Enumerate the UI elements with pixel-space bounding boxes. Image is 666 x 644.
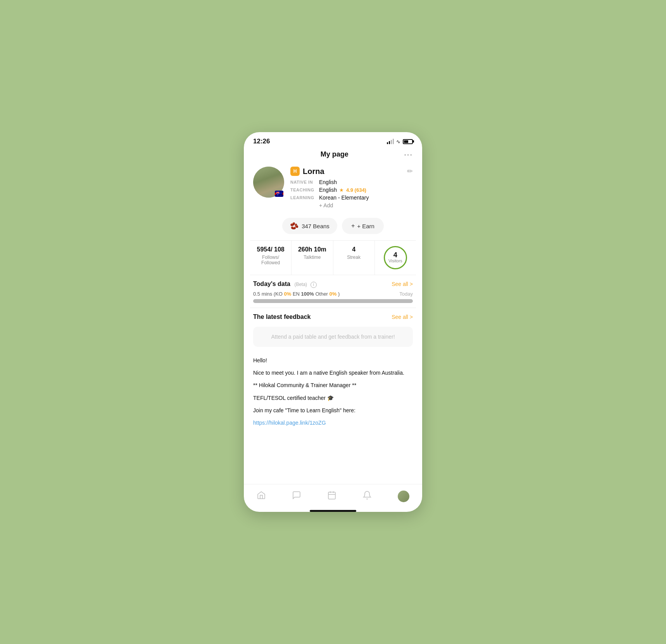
data-bar-fill bbox=[253, 299, 413, 303]
add-language-link[interactable]: + Add bbox=[319, 202, 413, 208]
feedback-placeholder-text: Attend a paid table and get feedback fro… bbox=[271, 334, 395, 340]
signal-icon bbox=[387, 139, 394, 144]
calendar-icon bbox=[327, 491, 336, 502]
more-menu-button[interactable]: ··· bbox=[404, 150, 413, 159]
visitors-circle[interactable]: 4 Visitors bbox=[384, 246, 407, 269]
nav-home[interactable] bbox=[252, 489, 271, 504]
follows-stat[interactable]: 5954/ 108 Follows/ Followed bbox=[250, 241, 292, 275]
learning-row: LEARNING Korean - Elementary bbox=[290, 195, 413, 201]
flag-badge: 🇦🇺 bbox=[275, 191, 283, 197]
chat-icon bbox=[292, 491, 301, 502]
status-icons: ∿ bbox=[387, 139, 413, 145]
battery-icon bbox=[403, 139, 413, 144]
phone-frame: 12:26 ∿ My page ··· 🇦🇺 H bbox=[244, 132, 422, 512]
bio-line-5: Join my cafe "Time to Learn English" her… bbox=[253, 406, 413, 415]
native-in-row: NATIVE IN English bbox=[290, 179, 413, 185]
follows-label: Follows/ Followed bbox=[253, 255, 288, 265]
feedback-section: The latest feedback See all > bbox=[244, 308, 422, 327]
bio-line-2: Nice to meet you. I am a native English … bbox=[253, 368, 413, 377]
talktime-label: Talktime bbox=[295, 255, 330, 260]
streak-value: 4 bbox=[336, 246, 371, 253]
username: Lorna bbox=[303, 167, 324, 176]
status-time: 12:26 bbox=[253, 138, 270, 145]
data-progress-bar bbox=[253, 299, 413, 303]
beans-bar: 🫘 347 Beans + + Earn bbox=[244, 215, 422, 240]
native-in-label: NATIVE IN bbox=[290, 180, 317, 184]
follows-value: 5954/ 108 bbox=[253, 246, 288, 253]
edit-profile-button[interactable]: ✏ bbox=[407, 167, 413, 176]
en-percent: 100% bbox=[301, 291, 314, 297]
avatar-container: 🇦🇺 bbox=[253, 167, 284, 198]
streak-stat[interactable]: 4 Streak bbox=[333, 241, 375, 275]
visitors-stat[interactable]: 4 Visitors bbox=[375, 241, 416, 275]
bio-line-4: TEFL/TESOL certified teacher 🎓 bbox=[253, 394, 413, 402]
page-title: My page bbox=[321, 150, 349, 158]
native-in-value: English bbox=[319, 179, 337, 185]
bell-icon bbox=[362, 491, 372, 502]
username-left: H Lorna bbox=[290, 167, 324, 176]
todays-data-title: Today's data bbox=[253, 281, 290, 287]
feedback-placeholder: Attend a paid table and get feedback fro… bbox=[253, 327, 413, 347]
todays-data-subtitle: 0.5 mins (KO 0% EN 100% Other 0% ) Today bbox=[253, 291, 413, 297]
bio-section: Hello! Nice to meet you. I am a native E… bbox=[244, 353, 422, 434]
info-icon[interactable]: i bbox=[311, 282, 317, 288]
earn-button[interactable]: + + Earn bbox=[342, 218, 384, 234]
teaching-value: English bbox=[319, 187, 337, 193]
today-label: Today bbox=[399, 291, 413, 297]
beans-button[interactable]: 🫘 347 Beans bbox=[282, 218, 337, 234]
earn-plus-icon: + bbox=[351, 222, 355, 229]
streak-label: Streak bbox=[336, 255, 371, 260]
home-indicator bbox=[310, 510, 356, 512]
earn-label: + Earn bbox=[357, 223, 374, 229]
rank-badge: H bbox=[290, 167, 300, 176]
nav-profile[interactable] bbox=[393, 489, 414, 504]
home-icon bbox=[257, 491, 266, 502]
bean-icon: 🫘 bbox=[290, 222, 298, 230]
visitors-label: Visitors bbox=[388, 258, 402, 263]
bottom-nav bbox=[244, 484, 422, 507]
beta-badge: (Beta) bbox=[294, 282, 307, 287]
talktime-stat[interactable]: 260h 10m Talktime bbox=[292, 241, 333, 275]
bio-line-3: ** Hilokal Community & Trainer Manager *… bbox=[253, 381, 413, 389]
svg-rect-0 bbox=[328, 492, 335, 499]
teaching-row: TEACHING English ★ 4.9 (634) bbox=[290, 187, 413, 193]
rating-star-icon: ★ bbox=[339, 187, 344, 193]
rating-value: 4.9 (634) bbox=[346, 187, 366, 193]
nav-avatar bbox=[398, 491, 409, 502]
wifi-icon: ∿ bbox=[396, 139, 400, 145]
bio-link[interactable]: https://hilokal.page.link/1zoZG bbox=[253, 420, 326, 426]
learning-value: Korean - Elementary bbox=[319, 195, 369, 201]
nav-notifications[interactable] bbox=[358, 489, 376, 504]
nav-calendar[interactable] bbox=[323, 489, 341, 504]
teaching-label: TEACHING bbox=[290, 188, 317, 192]
bio-line-1: Hello! bbox=[253, 356, 413, 365]
todays-data-section: Today's data (Beta) i See all > 0.5 mins… bbox=[244, 275, 422, 308]
profile-info: H Lorna ✏ NATIVE IN English TEACHING Eng… bbox=[290, 167, 413, 208]
todays-data-title-group: Today's data (Beta) i bbox=[253, 281, 317, 288]
status-bar: 12:26 ∿ bbox=[244, 132, 422, 148]
talktime-value: 260h 10m bbox=[295, 246, 330, 253]
visitors-value: 4 bbox=[393, 251, 397, 258]
todays-data-see-all[interactable]: See all > bbox=[392, 281, 413, 287]
profile-section: 🇦🇺 H Lorna ✏ NATIVE IN English TEACHING … bbox=[244, 164, 422, 215]
feedback-header: The latest feedback See all > bbox=[253, 313, 413, 320]
feedback-see-all[interactable]: See all > bbox=[392, 314, 413, 320]
ko-percent: 0% bbox=[284, 291, 291, 297]
header: My page ··· bbox=[244, 148, 422, 164]
learning-label: LEARNING bbox=[290, 195, 317, 200]
other-percent: 0% bbox=[330, 291, 337, 297]
stats-row: 5954/ 108 Follows/ Followed 260h 10m Tal… bbox=[250, 240, 416, 275]
username-row: H Lorna ✏ bbox=[290, 167, 413, 176]
beans-label: 347 Beans bbox=[302, 223, 330, 229]
todays-data-header: Today's data (Beta) i See all > bbox=[253, 281, 413, 288]
nav-chat[interactable] bbox=[287, 489, 306, 504]
feedback-title: The latest feedback bbox=[253, 313, 311, 320]
